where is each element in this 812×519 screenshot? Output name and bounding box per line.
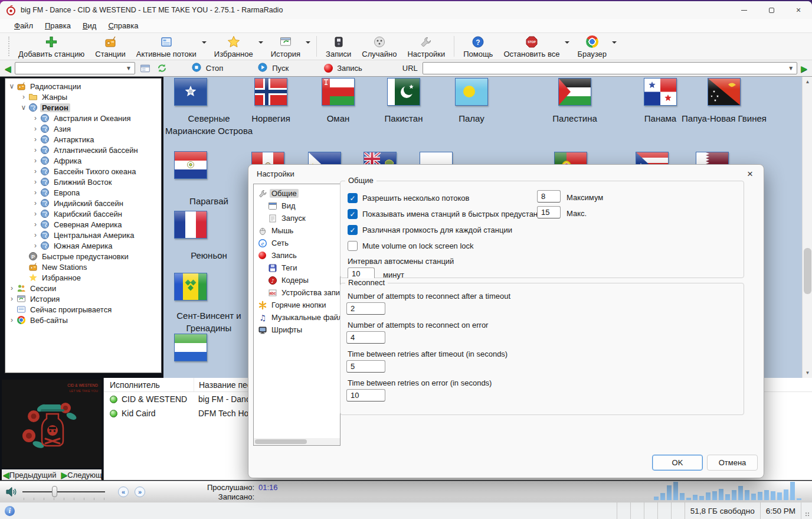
resize-grip[interactable] xyxy=(801,502,812,519)
checkbox-checked[interactable]: ✓ xyxy=(348,225,358,235)
sidebar-item-сейчас-проигрывается[interactable]: Сейчас проигрывается xyxy=(5,304,161,315)
expander-open-icon[interactable]: ∨ xyxy=(8,82,16,90)
flag-label[interactable]: Реюньон xyxy=(165,249,253,262)
dropdown-caret-icon[interactable] xyxy=(258,41,263,44)
go-arrow-button[interactable]: ▶ xyxy=(801,64,807,73)
vertical-scrollbar[interactable]: ▲ ▼ xyxy=(802,77,812,378)
sidebar-item-центральная-америка[interactable]: ›Центральная Америка xyxy=(5,230,161,240)
flag-label[interactable]: Папуа-Новая Гвинея xyxy=(680,112,768,125)
settings-tree-item-9[interactable]: Горячие кнопки xyxy=(254,299,340,311)
sidebar-item-атлантический-бассейн[interactable]: ›Атлантический бассейн xyxy=(5,145,161,155)
settings-tree-item-7[interactable]: ♪Кодеры xyxy=(254,274,340,286)
column-artist[interactable]: Исполнитель xyxy=(104,380,194,390)
dropdown-caret-icon[interactable] xyxy=(202,41,207,44)
refresh-icon[interactable] xyxy=(156,61,168,76)
record-button[interactable]: Запись xyxy=(318,64,368,73)
sidebar-item-северная-америка[interactable]: ›Северная Америка xyxy=(5,219,161,230)
toolbar-button-4[interactable]: История xyxy=(266,33,306,60)
settings-tree-item-4[interactable]: eСеть xyxy=(254,237,340,249)
sidebar-item-карибский-бассейн[interactable]: ›Карибский бассейн xyxy=(5,208,161,219)
flag-label[interactable]: Парагвай xyxy=(165,195,253,207)
settings-tree-item-10[interactable]: ♫Музыкальные файлы xyxy=(254,311,340,324)
sidebar-item-жанры[interactable]: ›Жанры xyxy=(5,92,161,102)
checkbox-checked[interactable]: ✓ xyxy=(348,209,358,219)
settings-tree-item-2[interactable]: Запуск xyxy=(254,212,340,224)
settings-tree-item-5[interactable]: Запись xyxy=(254,249,340,262)
expander-closed-icon[interactable]: › xyxy=(31,125,40,133)
expander-closed-icon[interactable]: › xyxy=(31,146,40,154)
expander-closed-icon[interactable]: › xyxy=(19,93,28,101)
expander-closed-icon[interactable]: › xyxy=(31,135,40,143)
close-button[interactable]: × xyxy=(785,1,812,19)
flag-pa-row1[interactable] xyxy=(644,78,677,106)
menu-item-3[interactable]: Справка xyxy=(102,19,144,32)
expander-closed-icon[interactable]: › xyxy=(31,156,40,165)
flag-py-col[interactable] xyxy=(174,151,207,179)
sidebar-item-радиостанции[interactable]: ∨Радиостанции xyxy=(5,81,161,92)
cancel-button[interactable]: Отмена xyxy=(707,455,758,471)
scroll-up-icon[interactable]: ▲ xyxy=(803,77,812,87)
reconnect-field-input-1[interactable] xyxy=(346,331,385,344)
info-button[interactable]: i xyxy=(0,502,15,519)
expander-closed-icon[interactable]: › xyxy=(31,188,40,197)
sidebar-item-индийский-бассейн[interactable]: ›Индийский бассейн xyxy=(5,198,161,208)
volume-slider-thumb[interactable] xyxy=(52,486,57,497)
flag-pw-row1[interactable] xyxy=(455,78,488,106)
sidebar-item-южная-америка[interactable]: ›Южная Америка xyxy=(5,240,161,251)
scrollbar-thumb[interactable] xyxy=(255,439,307,444)
toolbar-button-7[interactable]: Настройки xyxy=(402,33,450,60)
sidebar-item-бассейн-тихого-океана[interactable]: ›Бассейн Тихого океана xyxy=(5,166,161,177)
flag-ps-row1[interactable] xyxy=(558,78,591,106)
toolbar-button-5[interactable]: Записи xyxy=(320,33,356,60)
maximize-button[interactable] xyxy=(758,1,785,19)
expander-closed-icon[interactable]: › xyxy=(31,199,40,207)
flag-pg-row1[interactable] xyxy=(708,78,741,106)
expander-closed-icon[interactable]: › xyxy=(31,220,40,229)
toolbar-button-9[interactable]: STOPОстановить все xyxy=(498,33,565,60)
flag-label[interactable]: Палау xyxy=(427,112,516,125)
expander-closed-icon[interactable]: › xyxy=(31,114,40,122)
dropdown-caret-icon[interactable] xyxy=(306,41,310,44)
flag-pk-row1[interactable] xyxy=(387,78,420,106)
toolbar-button-8[interactable]: ?Помощь xyxy=(458,33,498,60)
expander-open-icon[interactable]: ∨ xyxy=(19,103,28,112)
settings-tree-item-3[interactable]: Мышь xyxy=(254,224,340,237)
speaker-icon[interactable] xyxy=(5,485,19,499)
settings-tree-hscrollbar[interactable] xyxy=(254,438,340,445)
settings-tree-item-11[interactable]: Шрифты xyxy=(254,324,340,336)
scrollbar-thumb[interactable] xyxy=(804,248,811,294)
back-arrow-button[interactable]: ◀ xyxy=(5,64,11,73)
expander-closed-icon[interactable]: › xyxy=(8,295,16,303)
sidebar-item-австралия-и-океания[interactable]: ›Австралия и Океания xyxy=(5,113,161,123)
station-list-button[interactable] xyxy=(140,61,150,76)
sidebar-item-избранное[interactable]: Избранное xyxy=(5,272,161,283)
settings-tree-item-6[interactable]: Теги xyxy=(254,262,340,274)
sidebar-item-веб-сайты[interactable]: ›Веб-сайты xyxy=(5,315,161,325)
flag-om-row1[interactable] xyxy=(322,78,355,106)
flag-label[interactable]: Палестина xyxy=(531,112,619,125)
settings-tree-item-8[interactable]: abcУстройства записи xyxy=(254,286,340,299)
flag-no-row1[interactable] xyxy=(254,78,287,106)
sidebar-item-new-stations[interactable]: New Stations xyxy=(5,262,161,272)
menu-item-0[interactable]: Файл xyxy=(8,19,39,32)
stop-button[interactable]: Стоп xyxy=(185,62,229,74)
checkbox-checked[interactable]: ✓ xyxy=(348,193,358,203)
dropdown-caret-icon[interactable] xyxy=(612,41,617,44)
max-value-input[interactable] xyxy=(537,190,561,203)
max-value-input[interactable] xyxy=(537,206,561,218)
scroll-down-icon[interactable]: ▼ xyxy=(803,368,812,378)
reconnect-field-input-2[interactable] xyxy=(346,360,385,373)
expander-closed-icon[interactable]: › xyxy=(8,284,16,292)
previous-button[interactable]: Предыдущий xyxy=(9,471,57,479)
flag-vc-col[interactable] xyxy=(174,273,207,301)
settings-tree-item-1[interactable]: Вид xyxy=(254,200,340,212)
expander-closed-icon[interactable]: › xyxy=(31,210,40,218)
flag-sl-col[interactable] xyxy=(174,334,207,361)
reconnect-field-input-3[interactable] xyxy=(346,389,385,402)
settings-tree-item-0[interactable]: Общие xyxy=(254,187,340,200)
menu-item-1[interactable]: Правка xyxy=(39,19,77,32)
station-search-combobox[interactable]: ▼ xyxy=(15,62,135,74)
sidebar-item-сессии[interactable]: ›Сессии xyxy=(5,283,161,293)
volume-slider[interactable] xyxy=(22,491,105,492)
expander-closed-icon[interactable]: › xyxy=(8,316,16,324)
